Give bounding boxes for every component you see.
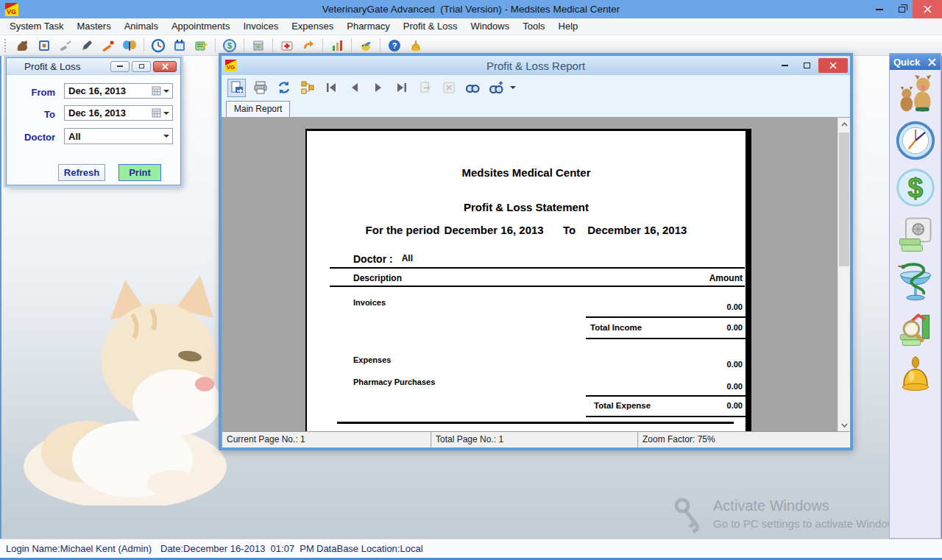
- close-button[interactable]: [913, 0, 942, 18]
- vertical-scrollbar[interactable]: [837, 118, 850, 431]
- group-tree-icon[interactable]: [298, 79, 316, 97]
- pets-photo-icon[interactable]: [894, 72, 937, 115]
- svg-text:?: ?: [392, 41, 397, 50]
- next-page-icon[interactable]: [369, 79, 387, 97]
- tab-main-report[interactable]: Main Report: [226, 101, 290, 117]
- scroll-down-button[interactable]: [838, 419, 850, 431]
- print-button[interactable]: Print: [118, 164, 161, 181]
- cancel-icon[interactable]: [439, 79, 458, 97]
- calendar-icon: [152, 86, 161, 96]
- dog-icon[interactable]: [15, 38, 30, 53]
- syringe-icon[interactable]: [58, 38, 73, 53]
- reminder-bell-icon[interactable]: [894, 355, 937, 397]
- report-titlebar[interactable]: VG Profit & Loss Report: [222, 56, 850, 75]
- pharmacy-bowl-icon[interactable]: [894, 260, 937, 303]
- clock-icon[interactable]: [151, 38, 166, 53]
- toolbar-separator: [380, 38, 380, 52]
- section-end-line: [337, 422, 734, 424]
- first-aid-box-icon[interactable]: [280, 38, 294, 53]
- menu-item-expenses[interactable]: Expenses: [285, 18, 340, 35]
- animals-book-icon[interactable]: [37, 38, 52, 53]
- from-date-picker[interactable]: Dec 16, 2013: [64, 83, 173, 99]
- goto-page-icon[interactable]: [416, 79, 434, 97]
- find-icon[interactable]: [463, 79, 481, 97]
- dropdown-caret-icon: [163, 90, 169, 93]
- menu-item-tools[interactable]: Tools: [516, 18, 551, 35]
- report-viewer: Medsites Medical Center Profit & Loss St…: [222, 118, 850, 431]
- scroll-up-button[interactable]: [838, 118, 850, 130]
- doctor-value: All: [68, 131, 81, 142]
- clinic-name: Medsites Medical Center: [307, 166, 746, 179]
- zoom-icon[interactable]: [486, 79, 505, 97]
- svg-text:$: $: [227, 41, 232, 50]
- dialog-close-button[interactable]: [153, 61, 177, 72]
- restore-button[interactable]: [890, 0, 913, 18]
- row-pharmacy-purchases-amount: 0.00: [727, 382, 743, 391]
- row-expenses-label: Expenses: [353, 355, 391, 364]
- to-date-picker[interactable]: Dec 16, 2013: [64, 105, 173, 121]
- column-description: Description: [353, 273, 402, 283]
- calendar-icon[interactable]: [172, 38, 187, 53]
- bell-icon[interactable]: [408, 38, 423, 53]
- scrollbar-thumb[interactable]: [839, 132, 849, 266]
- refresh-button[interactable]: Refresh: [58, 164, 105, 181]
- menu-item-windows[interactable]: Windows: [464, 18, 516, 35]
- toolbar-separator: [272, 38, 273, 52]
- report-maximize-button[interactable]: [796, 58, 817, 73]
- toolbar-grip: [4, 39, 6, 52]
- menu-item-appointments[interactable]: Appointments: [165, 18, 237, 35]
- menu-item-pharmacy[interactable]: Pharmacy: [340, 18, 397, 35]
- dollar-coin-icon[interactable]: $: [222, 38, 237, 53]
- last-page-icon[interactable]: [392, 79, 411, 97]
- application-window: VG VeterinaryGate Advanced (Trial Versio…: [0, 0, 942, 560]
- window-title: VeterinaryGate Advanced (Trial Version) …: [0, 4, 942, 15]
- close-icon: [928, 58, 936, 66]
- print-icon[interactable]: [251, 79, 269, 97]
- login-name-status: Login Name:Michael Kent (Admin): [6, 543, 152, 554]
- calendar-icon: [152, 108, 161, 118]
- refresh-icon[interactable]: [275, 79, 293, 97]
- divider-line: [586, 416, 746, 417]
- quick-panel-close-button[interactable]: [927, 57, 937, 67]
- dollar-bubble-icon[interactable]: $: [894, 166, 937, 209]
- menu-item-invoices[interactable]: Invoices: [236, 18, 285, 35]
- help-icon[interactable]: ?: [387, 38, 402, 53]
- row-total-income-amount: 0.00: [727, 323, 743, 332]
- cash-safe-icon[interactable]: [894, 213, 937, 256]
- clock-icon[interactable]: [894, 119, 937, 162]
- report-tab-bar: Main Report: [222, 100, 850, 118]
- previous-page-icon[interactable]: [345, 79, 364, 97]
- from-label: From: [7, 87, 55, 98]
- row-expenses-amount: 0.00: [727, 360, 743, 369]
- menu-item-profit-loss[interactable]: Profit & Loss: [397, 18, 464, 35]
- bird-icon[interactable]: [358, 38, 373, 53]
- dialog-titlebar[interactable]: Profit & Loss: [7, 58, 180, 75]
- menu-item-help[interactable]: Help: [552, 18, 585, 35]
- butterfly-icon[interactable]: [122, 38, 137, 53]
- zoom-dropdown-caret-icon[interactable]: [510, 86, 516, 89]
- menu-item-animals[interactable]: Animals: [118, 18, 165, 35]
- divider-line: [330, 286, 745, 287]
- restore-icon: [899, 7, 905, 13]
- chart-icon[interactable]: [330, 38, 344, 53]
- minimize-button[interactable]: [868, 0, 890, 18]
- column-amount: Amount: [709, 273, 743, 283]
- refresh-arrow-icon[interactable]: [301, 38, 316, 53]
- financial-search-icon[interactable]: [894, 308, 937, 350]
- first-page-icon[interactable]: [322, 79, 340, 97]
- report-minimize-button[interactable]: [774, 58, 795, 73]
- menu-item-system-task[interactable]: System Task: [3, 18, 70, 35]
- windows-key-icon: [672, 497, 703, 538]
- kitten-background-image: [22, 274, 232, 506]
- thermometer-icon[interactable]: [101, 38, 116, 53]
- close-icon: [829, 62, 837, 69]
- dialog-maximize-button[interactable]: [132, 61, 151, 72]
- menu-item-masters[interactable]: Masters: [70, 18, 117, 35]
- invoice-icon[interactable]: [194, 38, 208, 53]
- supplies-box-icon[interactable]: [251, 38, 266, 53]
- doctor-combobox[interactable]: All: [64, 128, 173, 144]
- pen-icon[interactable]: [79, 38, 94, 53]
- report-close-button[interactable]: [818, 58, 848, 73]
- dialog-minimize-button[interactable]: [110, 61, 130, 72]
- export-icon[interactable]: [227, 79, 246, 97]
